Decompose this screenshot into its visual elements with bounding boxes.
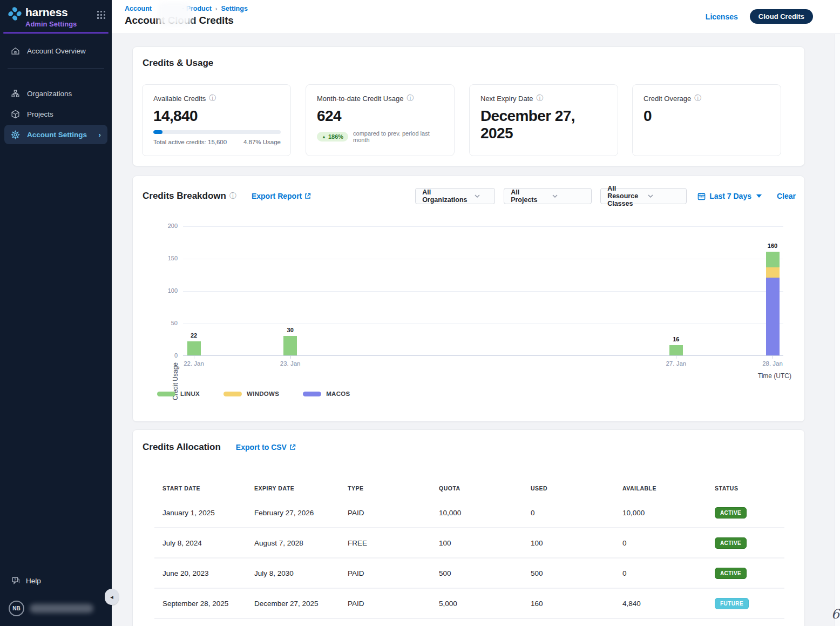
avatar[interactable]: NB (9, 601, 24, 616)
export-csv-link[interactable]: Export to CSV (236, 443, 296, 452)
gridline (183, 324, 783, 324)
sidebar-bottom: ? Help NB (0, 570, 112, 626)
chart-bar[interactable] (283, 336, 297, 355)
bar-total-label: 22 (178, 332, 210, 339)
mtd-usage-card: Month-to-date Credit Usage ⓘ 624 ▲ 186% … (306, 84, 455, 156)
bar-segment-linux (669, 345, 683, 355)
y-tick-label: 50 (154, 320, 178, 326)
credits-progress-track (153, 130, 281, 134)
table-row: September 28, 2025December 27, 2025 PAID… (154, 589, 784, 619)
bar-segment-linux (283, 336, 297, 355)
organizations-icon (11, 89, 21, 98)
bar-segment-linux (187, 341, 201, 355)
credits-breakdown-section: Credits Breakdown ⓘ Export Report All Or… (132, 176, 805, 422)
available-credits-card: Available Credits ⓘ 14,840 Total active … (142, 84, 291, 156)
licenses-link[interactable]: Licenses (706, 12, 738, 21)
brand[interactable]: harness Admin Settings (0, 0, 112, 28)
sidebar-collapse-handle[interactable]: ◂ (105, 589, 119, 605)
legend-item-linux[interactable]: LINUX (157, 391, 200, 397)
stat-label: Available Credits (153, 95, 206, 103)
cloud-credits-button[interactable]: Cloud Credits (750, 9, 813, 24)
user-account-row[interactable]: NB (0, 591, 112, 618)
bar-total-label: 16 (660, 336, 692, 342)
help-label: Help (26, 577, 41, 585)
legend-item-macos[interactable]: MACOS (303, 391, 350, 397)
info-icon[interactable]: ⓘ (407, 93, 414, 103)
bar-segment-macos (766, 278, 780, 355)
status-badge: FUTURE (715, 598, 749, 609)
sidebar-item-label: Account Overview (27, 47, 86, 55)
gridline (183, 291, 783, 292)
sidebar-divider (8, 68, 104, 69)
sidebar-item-organizations[interactable]: Organizations (4, 84, 107, 103)
mtd-usage-value: 624 (317, 107, 443, 125)
brand-subtitle: Admin Settings (25, 20, 77, 28)
info-icon[interactable]: ⓘ (694, 93, 701, 103)
chart-bar[interactable] (187, 341, 201, 355)
chart-bar[interactable] (766, 252, 780, 355)
legend-label: WINDOWS (247, 391, 279, 397)
gridline (183, 226, 783, 227)
legend-swatch (303, 392, 321, 396)
info-icon[interactable]: ⓘ (537, 93, 544, 103)
breadcrumb-account[interactable]: Account (125, 5, 152, 12)
total-active-credits: Total active credits: 15,600 (153, 139, 227, 145)
table-row: January 1, 2025February 27, 2026 PAID10,… (154, 498, 784, 528)
y-tick-label: 0 (154, 352, 178, 359)
available-credits-value: 14,840 (153, 107, 280, 125)
breadcrumb-settings[interactable]: Settings (221, 5, 248, 12)
legend-swatch (157, 392, 175, 396)
col-quota: QUOTA (439, 485, 531, 492)
status-badge: ACTIVE (715, 537, 747, 549)
usage-percent: 4.87% Usage (243, 139, 281, 145)
y-tick-label: 150 (154, 255, 178, 261)
sidebar-item-account-settings[interactable]: Account Settings › (4, 125, 107, 144)
legend-label: LINUX (180, 391, 200, 397)
apps-grid-icon[interactable] (97, 11, 105, 19)
page-header: Account - Product › Settings Account Clo… (112, 0, 840, 34)
sidebar-item-account-overview[interactable]: Account Overview (4, 41, 107, 60)
sidebar-item-label: Organizations (27, 90, 72, 98)
stat-label: Next Expiry Date (480, 95, 533, 103)
chart-plot: 05010015020022. Jan2223. Jan3027. Jan162… (183, 226, 783, 356)
credits-usage-section: Credits & Usage Available Credits ⓘ 14,8… (132, 46, 805, 166)
legend-swatch (223, 392, 242, 396)
sidebar-item-projects[interactable]: Projects (4, 104, 107, 124)
help-button[interactable]: ? Help (0, 570, 112, 591)
status-badge: ACTIVE (715, 568, 747, 579)
delta-badge: ▲ 186% (317, 132, 348, 142)
breadcrumb-separator: › (215, 5, 218, 12)
legend-item-windows[interactable]: WINDOWS (223, 391, 279, 397)
credit-overage-value: 0 (643, 107, 770, 125)
x-tick-mark (676, 356, 676, 359)
col-available: AVAILABLE (622, 485, 715, 492)
allocation-table: START DATE EXPIRY DATE TYPE QUOTA USED A… (154, 479, 784, 619)
credits-allocation-section: Credits Allocation Export to CSV START D… (132, 429, 805, 626)
credits-usage-title: Credits & Usage (143, 58, 213, 69)
scrollbar-track[interactable] (835, 34, 840, 626)
sidebar-item-label: Account Settings (27, 131, 87, 139)
chart-bar[interactable] (669, 345, 683, 355)
x-tick-label: 27. Jan (654, 360, 697, 367)
sidebar-item-label: Projects (27, 110, 53, 118)
y-tick-label: 100 (154, 287, 178, 294)
sidebar-nav: Account Overview Organizations Projects (0, 41, 112, 144)
x-tick-label: 22. Jan (172, 360, 215, 367)
x-tick-mark (290, 356, 291, 359)
credit-overage-card: Credit Overage ⓘ 0 (632, 84, 781, 156)
bar-segment-windows (766, 267, 780, 278)
table-row: July 8, 2024August 7, 2028 FREE100 1000 … (154, 528, 784, 558)
credits-allocation-title: Credits Allocation (143, 442, 221, 453)
stat-label: Month-to-date Credit Usage (317, 95, 403, 103)
annotation-artifact: 6 (831, 607, 839, 622)
breadcrumb-blur-smudge (158, 2, 192, 26)
info-icon[interactable]: ⓘ (209, 93, 216, 103)
up-triangle-icon: ▲ (322, 134, 326, 139)
chevron-right-icon: › (99, 131, 101, 139)
bar-total-label: 160 (756, 243, 789, 249)
table-row: June 20, 2023July 8, 2030 PAID500 5000 A… (154, 558, 784, 589)
help-chat-icon: ? (11, 576, 21, 585)
legend-label: MACOS (326, 391, 350, 397)
home-icon (11, 46, 21, 56)
status-badge: ACTIVE (715, 507, 747, 519)
